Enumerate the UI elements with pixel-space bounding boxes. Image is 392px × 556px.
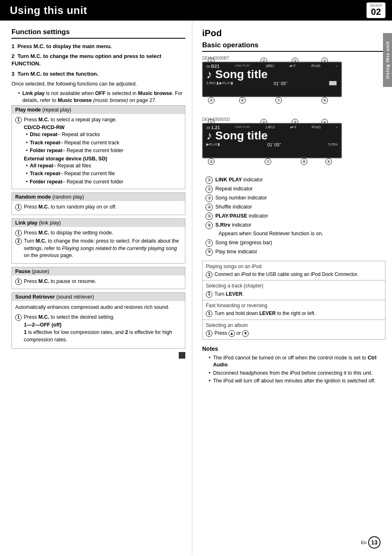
sound-retriever-body: Automatically enhances compressed audio …	[12, 301, 185, 348]
note-3: The iPod will turn off about two minutes…	[209, 378, 385, 385]
sd-music-note: ♪	[336, 125, 338, 130]
random-mode-subtitle: (random play)	[51, 194, 84, 200]
bt-song-title: ♪ Song title	[203, 69, 341, 80]
ff-num: 1	[206, 310, 212, 317]
indicator-list: ① LINK PLAY indicator ② Repeat indicator…	[205, 176, 385, 256]
up-icon: ▲	[228, 330, 235, 337]
step-1: 1 Press M.C. to display the main menu.	[12, 43, 185, 50]
note-1: The iPod cannot be turned on or off when…	[209, 354, 385, 369]
bt-progress-icon: ▐██▌	[328, 81, 338, 86]
num-8-sd: ⑧	[301, 158, 307, 165]
playing-num: 1	[206, 271, 212, 278]
bt-shuffle: ⇄↺	[289, 64, 296, 69]
random-num-1: 1	[15, 204, 22, 211]
left-column: Function settings 1 Press M.C. to displa…	[0, 21, 192, 555]
step-2-text: Turn M.C. to change the menu option and …	[12, 53, 161, 67]
ind-3: ③ Song number indicator	[205, 194, 385, 202]
link-play-subtitle: (link play)	[37, 220, 61, 226]
page-end-icon	[179, 352, 185, 359]
notes-section: Notes The iPod cannot be turned on or of…	[202, 345, 385, 385]
page-number: En 13	[361, 536, 380, 549]
album-num: 1	[206, 330, 212, 337]
sd-ipod: iPod1	[311, 125, 321, 130]
page-bottom-marker	[12, 352, 185, 359]
num-5-bt: ⑤	[208, 97, 214, 104]
sr-num-1: 1	[15, 314, 22, 321]
pause-item-1: 1 Press M.C. to pause or resume.	[15, 278, 182, 285]
deh-sd-wrapper: ① ② ③ ④ 09 1.21 LINK PLAY 1.0/12 ⇄↺	[202, 123, 342, 160]
bt-music-note: ♪	[336, 64, 338, 69]
random-mode-title: Random mode	[15, 194, 51, 200]
sound-retriever-subtitle: (sound retriever)	[55, 294, 94, 300]
step-3-text: Turn M.C. to select the function.	[17, 71, 98, 77]
pause-body: 1 Press M.C. to pause or resume.	[12, 276, 185, 289]
link-item-1: 1 Press M.C. to display the setting mode…	[15, 229, 182, 237]
sd-rtrv: 5.Rtrv	[328, 142, 338, 147]
link-play-body: 1 Press M.C. to display the setting mode…	[12, 227, 185, 263]
ind-num-4: ④	[205, 204, 213, 211]
ind-5: ⑤ PLAY/PAUSE indicator	[205, 212, 385, 220]
main-content: Function settings 1 Press M.C. to displa…	[0, 21, 392, 555]
ff-title: Fast forwarding or reversing	[206, 302, 382, 309]
link-play-header: Link play (link play)	[12, 219, 185, 227]
link-num-2: 2	[15, 238, 22, 245]
play-mode-box: Play mode (repeat play) 1 Press M.C. to …	[12, 105, 185, 190]
ind-num-7: ⑦	[205, 239, 213, 247]
step-2: 2 Turn M.C. to change the menu option an…	[12, 53, 185, 67]
random-item-1: 1 Press M.C. to turn random play on or o…	[15, 204, 182, 211]
en-label: En	[361, 540, 367, 545]
album-content: 1 Press ▲ or ▼	[206, 330, 382, 337]
step-1-num: 1	[12, 43, 14, 49]
step-1-text: Press M.C. to display the main menu.	[17, 43, 112, 49]
sd-bottom-info: ▶PLAY▮ 01' 05" 5.Rtrv	[203, 141, 341, 147]
deh-bt-display: 09 B21 LINK PLAY 10/12 ⇄↺ iPod1 ♪ ♪ Song…	[202, 62, 342, 97]
ff-content: 1 Turn and hold down LEVER to the right …	[206, 310, 382, 317]
sound-retriever-header: Sound Retriever (sound retriever)	[12, 293, 185, 301]
play-mode-subtitle: (repeat play)	[41, 107, 71, 113]
sd-play-status: ▶PLAY▮	[206, 142, 220, 147]
play-mode-title: Play mode	[15, 107, 41, 113]
pause-box: Pause (pause) 1 Press M.C. to pause or r…	[12, 267, 185, 290]
link-play-bullet: Link play is not available when OFF is s…	[18, 90, 185, 104]
play-mode-body: 1 Press M.C. to select a repeat play ran…	[12, 114, 185, 189]
page-num: 13	[371, 539, 378, 546]
track-repeat-cd: Track repeat – Repeat the current track	[26, 139, 182, 147]
info-table: Playing songs on an iPod 1 Connect an iP…	[202, 261, 385, 340]
ind-num-5: ⑤	[205, 213, 213, 220]
play-mode-item-1: 1 Press M.C. to select a repeat play ran…	[15, 116, 182, 124]
info-row-ff: Fast forwarding or reversing 1 Turn and …	[203, 300, 385, 320]
deh-bt-wrapper: ① ② ③ ④ 09 B21 LINK PLAY 10/12 ⇄↺	[202, 62, 342, 99]
page-header: Using this unit Section 02	[0, 0, 392, 21]
down-icon: ▼	[242, 330, 249, 337]
track-content: 1 Turn LEVER.	[206, 291, 382, 298]
track-num: 1	[206, 291, 212, 298]
bt-bottom-info: 5.Rtrv ▮ ▶PLAY▮ 01' 05" ▐██▌	[203, 80, 341, 86]
playing-content: 1 Connect an iPod to the USB cable using…	[206, 271, 382, 278]
info-row-playing: Playing songs on an iPod 1 Connect an iP…	[203, 261, 385, 281]
pause-num-1: 1	[15, 278, 22, 285]
ext-storage-header: External storage device (USB, SD)	[24, 156, 182, 162]
track-title: Selecting a track (chapter)	[206, 283, 382, 290]
num-8-bt: ⑧	[321, 97, 328, 104]
ind-num-3: ③	[205, 195, 213, 202]
pause-subtitle: (pause)	[30, 269, 49, 274]
random-mode-header: Random mode (random play)	[12, 193, 185, 201]
disc-repeat: Disc repeat – Repeat all tracks	[26, 131, 182, 139]
function-body: Once selected, the following functions c…	[12, 80, 185, 88]
item-num-1: 1	[15, 117, 22, 123]
info-row-album: Selecting an album 1 Press ▲ or ▼	[203, 320, 385, 339]
step-3: 3 Turn M.C. to select the function.	[12, 70, 185, 78]
playing-title: Playing songs on an iPod	[206, 263, 382, 270]
ind-num-8: ⑧	[205, 248, 213, 256]
note-2: Disconnect headphones from the iPod befo…	[209, 370, 385, 377]
basic-ops-heading: Basic operations	[202, 41, 385, 52]
section-num: 02	[371, 7, 381, 16]
ind-8: ⑧ Play time indicator	[205, 248, 385, 256]
side-tab: Using this unit	[383, 33, 392, 87]
bt-time-display: 01' 05"	[274, 81, 288, 86]
page-title: Using this unit	[10, 4, 87, 17]
random-mode-box: Random mode (random play) 1 Press M.C. t…	[12, 192, 185, 215]
right-column: iPod Basic operations DEH-X9500BT ① ② ③ …	[192, 21, 392, 555]
link-play-box: Link play (link play) 1 Press M.C. to di…	[12, 218, 185, 264]
folder-repeat-ext: Folder repeat – Repeat the current folde…	[26, 178, 182, 186]
